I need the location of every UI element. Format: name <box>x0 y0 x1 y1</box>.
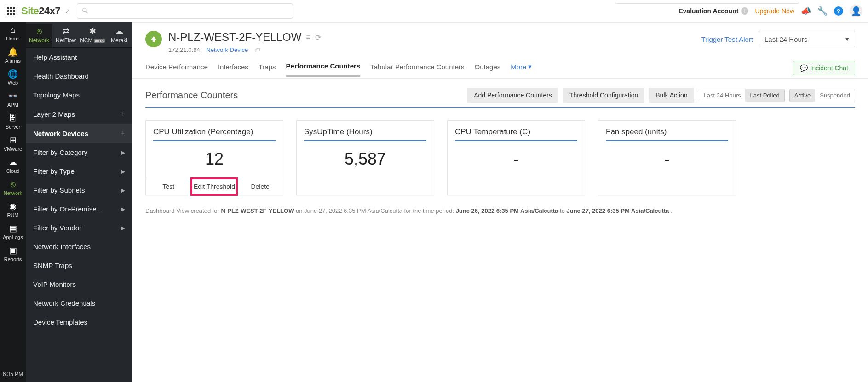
svg-rect-4 <box>10 10 12 12</box>
svg-rect-7 <box>10 13 12 15</box>
home-icon: ⌂ <box>11 26 16 34</box>
device-subheader: 172.21.0.64 Network Device 🏷 <box>168 46 321 53</box>
poll-toggle: Last 24 Hours Last Polled <box>699 89 785 102</box>
sidebar-item-filter-vendor[interactable]: Filter by Vendor▶ <box>26 218 132 237</box>
sidebar-item-help-assistant[interactable]: Help Assistant <box>26 48 132 67</box>
rail-web[interactable]: 🌐Web <box>0 66 26 88</box>
list-icon[interactable]: ≡ <box>306 33 310 41</box>
vm-icon: ⊞ <box>10 136 17 144</box>
card-title: CPU Temperature (C) <box>455 127 577 141</box>
rail-vmware[interactable]: ⊞VMware <box>0 132 26 154</box>
sidebar-item-filter-category[interactable]: Filter by Category▶ <box>26 143 132 162</box>
rail-applogs[interactable]: ▤AppLogs <box>0 221 26 243</box>
rum-icon: ◉ <box>9 202 17 211</box>
chevron-right-icon: ▶ <box>121 206 125 212</box>
toggle-suspended[interactable]: Suspended <box>815 89 855 102</box>
apps-grid-icon[interactable] <box>6 6 17 17</box>
device-type-link[interactable]: Network Device <box>206 46 248 53</box>
brand-part1: Site <box>21 5 39 17</box>
announcement-icon[interactable]: 📣 <box>801 6 811 16</box>
svg-rect-0 <box>7 7 9 9</box>
sidebar-item-network-credentials[interactable]: Network Credentials <box>26 294 132 313</box>
server-icon: 🗄 <box>9 114 17 122</box>
footer-from: June 26, 2022 6:35 PM Asia/Calcutta <box>456 207 558 214</box>
sidebar-tab-meraki[interactable]: ☁Meraki <box>106 23 132 47</box>
card-value: 5,587 <box>297 141 434 178</box>
sidebar-item-layer2-maps[interactable]: Layer 2 Maps+ <box>26 104 132 124</box>
bulk-action-button[interactable]: Bulk Action <box>649 88 694 103</box>
card-action-delete[interactable]: Delete <box>237 178 283 195</box>
user-avatar[interactable]: 👤 <box>850 5 862 17</box>
card-actions: Test Edit Threshold Delete <box>146 178 283 195</box>
wrench-icon[interactable]: 🔧 <box>817 6 828 16</box>
rail-reports[interactable]: ▣Reports <box>0 243 26 265</box>
rail-cloud[interactable]: ☁Cloud <box>0 154 26 177</box>
sidebar-item-network-devices[interactable]: Network Devices+ <box>26 124 132 143</box>
card-cpu-temperature: CPU Temperature (C) - <box>447 120 585 195</box>
sidebar-item-snmp-traps[interactable]: SNMP Traps <box>26 256 132 275</box>
global-search-input[interactable] <box>77 3 293 19</box>
tab-more[interactable]: More▾ <box>511 63 532 76</box>
incident-chat-button[interactable]: 💬 Incident Chat <box>793 61 856 75</box>
rail-server[interactable]: 🗄Server <box>0 110 26 132</box>
svg-rect-5 <box>13 10 15 12</box>
card-action-edit-threshold[interactable]: Edit Threshold <box>191 178 237 195</box>
search-icon <box>82 7 88 15</box>
threshold-configuration-button[interactable]: Threshold Configuration <box>563 88 644 103</box>
sidebar-tab-row: ⎋Network ⇄NetFlow ✱NCMBETA ☁Meraki <box>26 22 132 48</box>
sidebar-item-network-interfaces[interactable]: Network Interfaces <box>26 237 132 256</box>
rail-apm[interactable]: 👓APM <box>0 88 26 110</box>
tab-interfaces[interactable]: Interfaces <box>218 63 248 76</box>
help-icon[interactable]: ? <box>834 6 843 16</box>
content-area: Performance Counters Add Performance Cou… <box>132 79 868 382</box>
sidebar-item-filter-onpremise[interactable]: Filter by On-Premise...▶ <box>26 200 132 218</box>
upgrade-link[interactable]: Upgrade Now <box>755 7 794 15</box>
tag-icon[interactable]: 🏷 <box>254 46 260 53</box>
sidebar-item-voip-monitors[interactable]: VoIP Monitors <box>26 275 132 294</box>
sidebar-item-health-dashboard[interactable]: Health Dashboard <box>26 67 132 86</box>
sidebar-tab-network[interactable]: ⎋Network <box>26 24 52 47</box>
toggle-last-polled[interactable]: Last Polled <box>745 89 784 102</box>
sidebar-item-filter-subnets[interactable]: Filter by Subnets▶ <box>26 181 132 200</box>
sidebar-item-device-templates[interactable]: Device Templates <box>26 313 132 331</box>
ncm-tab-icon: ✱ <box>79 26 106 36</box>
tab-device-performance[interactable]: Device Performance <box>145 63 208 76</box>
sidebar-list: Help Assistant Health Dashboard Topology… <box>26 48 132 382</box>
reports-icon: ▣ <box>9 246 17 255</box>
device-ip: 172.21.0.64 <box>168 46 200 53</box>
sidebar-tab-ncm[interactable]: ✱NCMBETA <box>79 23 106 47</box>
tab-tabular-perf-counters[interactable]: Tabular Performance Counters <box>370 63 464 76</box>
toggle-last-24-hours[interactable]: Last 24 Hours <box>699 89 746 102</box>
footer-to: June 27, 2022 6:35 PM Asia/Calcutta <box>567 207 669 214</box>
secondary-sidebar: ⎋Network ⇄NetFlow ✱NCMBETA ☁Meraki Help … <box>26 0 132 382</box>
sidebar-item-topology-maps[interactable]: Topology Maps <box>26 86 132 104</box>
sidebar-item-filter-type[interactable]: Filter by Type▶ <box>26 162 132 181</box>
plus-icon[interactable]: + <box>121 110 125 118</box>
bell-icon: 🔔 <box>8 48 18 56</box>
toggle-active[interactable]: Active <box>790 89 815 102</box>
chevron-right-icon: ▶ <box>121 149 125 156</box>
rail-home[interactable]: ⌂Home <box>0 22 26 44</box>
info-icon[interactable]: i <box>741 7 748 15</box>
sidebar-tab-netflow[interactable]: ⇄NetFlow <box>52 23 79 47</box>
tab-performance-counters[interactable]: Performance Counters <box>286 62 361 77</box>
device-title: N-PLZ-WEST-2F-YELLOW ≡ ⟳ <box>168 31 321 44</box>
rail-alarms[interactable]: 🔔Alarms <box>0 44 26 66</box>
refresh-icon[interactable]: ⟳ <box>315 33 321 42</box>
rail-network[interactable]: ⎋Network <box>0 177 26 199</box>
plus-icon[interactable]: + <box>121 129 125 137</box>
time-range-select[interactable]: Last 24 Hours ▾ <box>759 31 855 47</box>
rail-rum[interactable]: ◉RUM <box>0 199 26 221</box>
card-action-test[interactable]: Test <box>146 178 191 195</box>
trigger-test-alert-link[interactable]: Trigger Test Alert <box>701 35 753 43</box>
tab-outages[interactable]: Outages <box>475 63 501 76</box>
chevron-right-icon: ▶ <box>121 225 125 231</box>
section-header: Performance Counters Add Performance Cou… <box>145 88 855 108</box>
card-title: SysUpTime (Hours) <box>304 127 426 141</box>
beta-badge: BETA <box>94 39 105 43</box>
add-performance-counters-button[interactable]: Add Performance Counters <box>467 88 558 103</box>
expand-icon[interactable]: ⤢ <box>63 7 72 15</box>
footer-device: N-PLZ-WEST-2F-YELLOW <box>221 207 294 214</box>
brand-logo[interactable]: Site24x7 <box>21 5 60 17</box>
tab-traps[interactable]: Traps <box>259 63 276 76</box>
